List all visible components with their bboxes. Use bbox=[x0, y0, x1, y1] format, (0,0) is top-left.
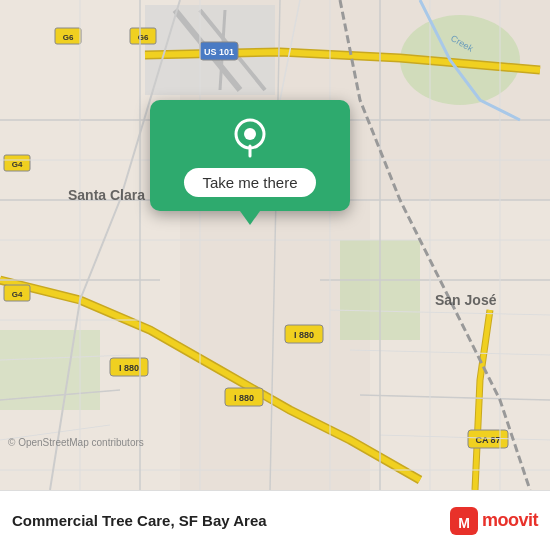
moovit-logo: M moovit bbox=[450, 507, 538, 535]
popup-card: Take me there bbox=[150, 100, 350, 211]
svg-text:CA 87: CA 87 bbox=[475, 435, 500, 445]
svg-text:M: M bbox=[458, 515, 470, 531]
moovit-text: moovit bbox=[482, 510, 538, 531]
svg-text:G6: G6 bbox=[63, 33, 74, 42]
svg-text:San José: San José bbox=[435, 292, 497, 308]
moovit-icon: M bbox=[450, 507, 478, 535]
take-me-there-button[interactable]: Take me there bbox=[184, 168, 315, 197]
copyright-text: © OpenStreetMap contributors bbox=[8, 437, 144, 448]
svg-text:G4: G4 bbox=[12, 290, 23, 299]
location-pin-icon bbox=[228, 116, 272, 160]
svg-text:I 880: I 880 bbox=[234, 393, 254, 403]
svg-text:I 880: I 880 bbox=[119, 363, 139, 373]
location-name-text: Commercial Tree Care, SF Bay Area bbox=[12, 512, 450, 529]
svg-text:US 101: US 101 bbox=[204, 47, 234, 57]
map-container: I 880 I 880 I 880 CA 87 G4 G4 G6 G6 US 1… bbox=[0, 0, 550, 490]
bottom-bar: Commercial Tree Care, SF Bay Area M moov… bbox=[0, 490, 550, 550]
svg-text:I 880: I 880 bbox=[294, 330, 314, 340]
svg-text:Santa Clara: Santa Clara bbox=[68, 187, 145, 203]
svg-point-55 bbox=[244, 128, 256, 140]
svg-text:G4: G4 bbox=[12, 160, 23, 169]
